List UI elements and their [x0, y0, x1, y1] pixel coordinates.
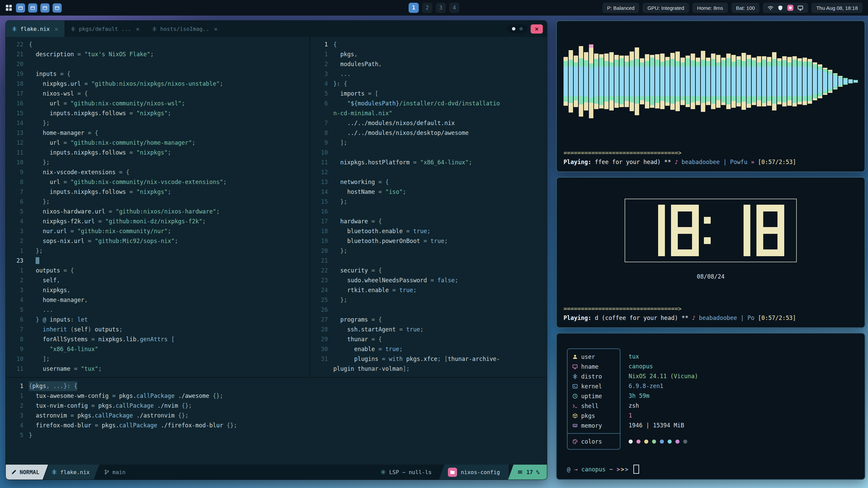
code-line: 4 home-manager, — [6, 295, 310, 305]
color-dot — [675, 440, 679, 444]
color-dot — [668, 440, 672, 444]
shield-icon[interactable] — [777, 5, 783, 11]
line-number: 8 — [310, 128, 333, 138]
line-number: 14 — [310, 187, 333, 197]
tab-close-icon[interactable]: × — [214, 25, 218, 33]
code-line: 19 inputs = { — [6, 69, 310, 79]
line-number: 1 — [310, 49, 333, 59]
fetch-labels: userhnamedistrokerneluptimeshellpkgsmemo… — [567, 348, 620, 450]
line-number: 20 — [6, 59, 29, 69]
window-icon — [42, 5, 47, 11]
line-number: 18 — [6, 79, 29, 89]
scroll-progress: 17 % — [508, 465, 547, 480]
visualizer-bar — [752, 58, 756, 105]
code-line: 14 hostName = "iso"; — [310, 187, 547, 197]
workspace-tag[interactable]: 4 — [449, 3, 459, 13]
taskbar-app[interactable] — [53, 3, 62, 13]
system-tray — [763, 3, 808, 13]
color-dot — [660, 440, 664, 444]
statusline: NORMAL flake.nix main LSP ~ null-ls nixo… — [6, 465, 547, 480]
line-number: 12 — [310, 167, 333, 177]
code-line: 2 modulesPath, — [310, 59, 547, 69]
line-number: 8 — [6, 177, 29, 187]
visualizer-bar — [813, 62, 817, 100]
record-icon[interactable] — [787, 5, 793, 11]
code-line: 4 nixpkgs-f2k.url = "github:moni-dz/nixp… — [6, 217, 310, 226]
fetch-label: distro — [581, 373, 602, 380]
code-pane-right[interactable]: 1{1 pkgs,2 modulesPath,3 ...4}: {5 impor… — [310, 37, 547, 377]
fetch-values: tuxcanopusNixOS 24.11 (Vicuna)6.9.8-zen1… — [620, 348, 698, 450]
code-line: 8 url = "github:nix-community/nix-vscode… — [6, 177, 310, 187]
display-icon[interactable] — [797, 5, 803, 11]
now-playing: Playing: d (coffee for your head) ** ♪ b… — [564, 313, 858, 323]
app-launcher-icon[interactable] — [5, 4, 12, 11]
line-number: 3 — [6, 411, 29, 421]
tab-close-icon[interactable]: × — [136, 25, 140, 33]
line-number: 7 — [6, 187, 29, 197]
visualizer-bar — [823, 68, 827, 95]
line-number: 20 — [310, 246, 333, 256]
taskbar-app[interactable] — [40, 3, 50, 13]
code-line: 5 nixos-hardware.url = "github:nixos/nix… — [6, 207, 310, 217]
person-icon — [572, 354, 578, 360]
workspace-tag[interactable]: 1 — [409, 3, 419, 13]
code-pane-left[interactable]: 22{21 description = "tux's NixOS Flake";… — [6, 37, 310, 377]
song-title: ffee for your head) ** — [595, 159, 671, 165]
visualizer-bar — [772, 52, 776, 110]
visualizer-bar — [665, 57, 670, 106]
visualizer-bar — [589, 44, 593, 118]
music-note-icon: ♪ — [675, 159, 678, 165]
code-pane-bottom[interactable]: 1{pkgs, ...}: {1 tux-awesome-wm-config =… — [6, 378, 547, 465]
code-line: 13 networking = { — [310, 177, 547, 187]
editor-tab[interactable]: flake.nix× — [6, 21, 64, 37]
color-dot — [683, 440, 687, 444]
editor-tab[interactable]: pkgs/default ...× — [64, 21, 146, 37]
palette-icon — [572, 439, 578, 444]
code-line: 17 hardware = { — [310, 217, 547, 226]
code-line: 23 — [6, 256, 310, 266]
editor-tab[interactable]: hosts/isoImag..× — [146, 21, 224, 37]
visualizer-bar — [625, 56, 629, 107]
code-line: 14 }; — [6, 118, 310, 128]
code-line: 21 description = "tux's NixOS Flake"; — [6, 49, 310, 59]
visualizer-window: =================================> Playi… — [556, 20, 865, 172]
fetch-window: userhnamedistrokerneluptimeshellpkgsmemo… — [556, 333, 865, 480]
line-number: 11 — [6, 148, 29, 158]
color-dot — [629, 440, 633, 444]
fetch-row: user — [572, 352, 615, 362]
shell-prompt[interactable]: @ → canopus ~ >>> — [567, 465, 639, 474]
window-close-button[interactable]: × — [531, 24, 543, 34]
status-segment: Home: 8ms — [692, 3, 728, 13]
snowflake-icon — [572, 374, 578, 379]
code-line: 9 "x86_64-linux" — [6, 344, 310, 354]
taskbar-app[interactable] — [28, 3, 37, 13]
workspace-tag[interactable]: 3 — [436, 3, 446, 13]
visualizer-bar — [680, 58, 685, 105]
visualizer-bar — [675, 52, 680, 111]
code-line: 5} — [6, 430, 547, 440]
workspace-tag[interactable]: 2 — [422, 3, 432, 13]
line-number: 24 — [310, 285, 333, 295]
lsp-label: LSP ~ null-ls — [389, 469, 432, 475]
wifi-icon[interactable] — [768, 5, 773, 11]
code-line: 3 astronvim = pkgs.callPackage ./astronv… — [6, 411, 547, 421]
code-line: 15 inputs.nixpkgs.follows = "nixpkgs"; — [6, 108, 310, 118]
code-line: 1{pkgs, ...}: { — [6, 381, 547, 391]
line-number: 22 — [310, 266, 333, 276]
fetch-value: 3h 59m — [629, 391, 698, 401]
tab-close-icon[interactable]: × — [55, 25, 58, 33]
fetch-value: 6.9.8-zen1 — [629, 381, 698, 391]
menu-icon — [517, 469, 523, 475]
package-icon — [572, 413, 578, 419]
toggle-switch[interactable] — [508, 24, 527, 33]
top-bar: 1234 P: BalancedGPU: IntegratedHome: 8ms… — [0, 0, 868, 16]
prompt-arrow: → — [574, 466, 577, 473]
line-number: 8 — [6, 334, 29, 344]
visualizer-bar — [767, 57, 771, 106]
track-time: [0:57/2:53] — [758, 314, 796, 321]
progress-label: 17 % — [526, 469, 539, 475]
mode-label: NORMAL — [20, 469, 39, 475]
line-number: 19 — [6, 69, 29, 79]
terminal-cursor[interactable] — [633, 465, 639, 474]
taskbar-app[interactable] — [16, 3, 25, 13]
